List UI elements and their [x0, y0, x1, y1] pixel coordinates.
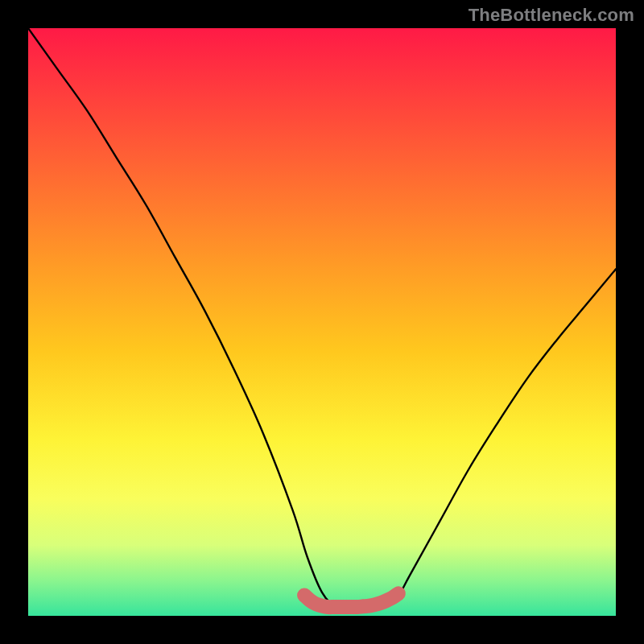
- chart-svg: [28, 28, 616, 616]
- watermark-text: TheBottleneck.com: [469, 5, 634, 26]
- chart-plot-area: [28, 28, 616, 616]
- chart-frame: TheBottleneck.com: [0, 0, 644, 644]
- bottleneck-curve: [28, 28, 616, 609]
- flat-highlight: [304, 593, 398, 607]
